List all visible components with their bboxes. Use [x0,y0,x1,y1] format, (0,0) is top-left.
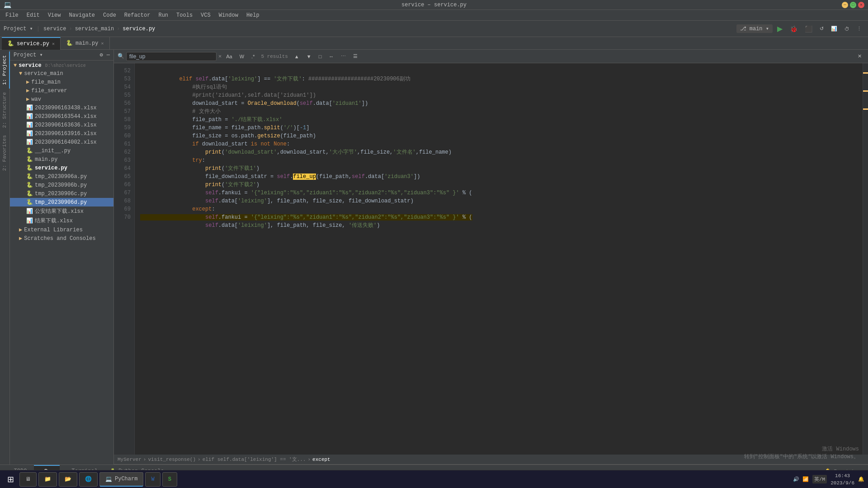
tree-xlsx-3[interactable]: 📊 20230906163636.xlsx [10,121,113,129]
gutter-mark-1 [863,72,868,74]
replace-button[interactable]: ↔ [326,53,336,60]
tree-xlsx-3-label: 20230906163636.xlsx [35,122,97,128]
run-button[interactable]: ▶ [774,23,785,34]
tree-result-xlsx-label: 结果下载.xlsx [35,217,73,225]
start-button[interactable]: ⊞ [4,473,18,486]
coverage-button[interactable]: 📊 [828,24,840,33]
menu-help[interactable]: Help [243,11,263,19]
line-55: download_start = Oracle_download(self.da… [140,100,368,107]
tab-main-py-close[interactable]: ✕ [101,41,104,46]
filter-button[interactable]: ⋯ [338,52,349,60]
more-button[interactable]: ⋮ [854,24,864,33]
tab-service-py-close[interactable]: ✕ [52,41,55,47]
ime-indicator[interactable]: 英/M [812,475,827,483]
taskbar-item-files[interactable]: 📂 [59,472,77,487]
tree-file-main[interactable]: ▶ file_main [10,78,113,86]
gutter-mark-3 [863,108,868,110]
tree-tmp-b[interactable]: 🐍 tmp_20230906b.py [10,181,113,189]
tree-xlsx-4[interactable]: 📊 20230906163916.xlsx [10,129,113,138]
breadcrumb-part-4[interactable]: except [312,457,330,462]
project-gear-icon[interactable]: ⚙ [100,52,103,58]
tree-xlsx-1[interactable]: 📊 20230906163438.xlsx [10,103,113,112]
taskbar-item-explorer[interactable]: 🖥 [19,472,37,487]
taskbar-item-browser[interactable]: 🌐 [79,472,98,487]
menu-edit[interactable]: Edit [23,11,43,19]
tree-wav[interactable]: ▶ wav [10,95,113,103]
breadcrumb-part-2[interactable]: visit_response() [148,457,196,462]
tree-service-py[interactable]: 🐍 service.py [10,164,113,172]
side-tab-favorites[interactable]: 2: Favorites [0,131,10,174]
tree-public-xlsx[interactable]: 📊 公安结果下载.xlsx [10,206,113,216]
menu-vcs[interactable]: VCS [197,11,214,19]
menu-view[interactable]: View [44,11,65,19]
tree-tmp-c[interactable]: 🐍 tmp_20230906c.py [10,189,113,198]
tree-result-xlsx[interactable]: 📊 结果下载.xlsx [10,216,113,225]
options-button[interactable]: ☰ [350,52,360,60]
menu-window[interactable]: Window [215,11,242,19]
side-tabs: 1: Project 2: Structure 2: Favorites [0,50,10,465]
prev-result-button[interactable]: ▲ [292,53,302,60]
menu-file[interactable]: File [2,11,22,19]
breadcrumb-part-1[interactable]: MyServer [118,457,142,462]
line-59: file_size = os.path.getsize(file_path) [140,133,316,139]
regex-button[interactable]: .* [249,53,257,60]
menu-tools[interactable]: Tools [173,11,196,19]
debug-button[interactable]: 🐞 [787,24,800,34]
taskbar-item-pycharm[interactable]: 💻 PyCharm [99,472,143,487]
search-input[interactable]: file_up [126,52,217,61]
stop-button[interactable]: ⬛ [802,24,815,34]
tab-service-py[interactable]: 🐍 service.py ✕ [2,37,61,50]
tree-tmp-a[interactable]: 🐍 tmp_20230906a.py [10,172,113,181]
line-63: print('文件下载1') [140,165,259,172]
match-word-button[interactable]: W [237,53,247,60]
windows-taskbar: ⊞ 🖥 📁 📂 🌐 💻 PyCharm W S 🔊 📶 英/M 16:43 20… [0,470,868,488]
close-button[interactable]: ✕ [858,2,864,8]
side-tab-project[interactable]: 1: Project [0,52,10,89]
tree-xlsx-2[interactable]: 📊 20230906163544.xlsx [10,112,113,121]
menu-code[interactable]: Code [99,11,120,19]
main-layout: 1: Project 2: Structure 2: Favorites Pro… [0,50,868,465]
tree-xlsx-5[interactable]: 📊 20230906164002.xlsx [10,138,113,146]
taskbar-item-folder[interactable]: 📁 [38,472,57,487]
next-result-button[interactable]: ▼ [304,53,314,60]
close-find-button[interactable]: ✕ [855,52,864,60]
tree-main-py[interactable]: 🐍 main.py [10,155,113,164]
tree-file-server[interactable]: ▶ file_server [10,86,113,95]
menu-navigate[interactable]: Navigate [65,11,99,19]
notification-button[interactable]: 🔔 [858,476,864,482]
match-case-button[interactable]: Aa [223,53,235,60]
expand-button[interactable]: □ [316,53,325,60]
taskbar-item-sheets[interactable]: S [162,472,177,487]
project-hide-icon[interactable]: — [107,52,110,58]
rerun-button[interactable]: ↺ [817,24,826,33]
line-64: file_download_statr = self.file_up(file_… [140,174,420,180]
maximize-button[interactable]: □ [850,2,856,8]
line-70: self.data['leixing'], file_path, file_si… [140,222,380,229]
minimize-button[interactable]: — [842,2,848,8]
project-panel: Project ▾ ⚙ — ▼ service D:\shzc\service … [10,50,114,465]
tree-service-main[interactable]: ▼ service_main [10,70,113,78]
branch-label[interactable]: ⎇ main ▾ [736,24,773,33]
tree-scratches[interactable]: ▶ Scratches and Consoles [10,234,113,243]
code-editor[interactable]: 52 53 54 55 56 57 58 59 60 61 62 63 64 6… [114,63,868,455]
window-title: service – service.py [401,2,467,8]
breadcrumb-part-3[interactable]: elif self.data['leixing'] == '文... [203,456,306,463]
tree-root-label: service [19,62,41,69]
code-content[interactable]: elif self.data['leixing'] == '文件下载': ###… [135,63,863,455]
root-folder-icon: ▼ [14,62,17,69]
menu-run[interactable]: Run [155,11,172,19]
side-tab-structure[interactable]: 2: Structure [0,89,10,131]
menu-refactor[interactable]: Refactor [121,11,154,19]
tree-root[interactable]: ▼ service D:\shzc\service [10,61,113,70]
taskbar-item-word[interactable]: W [145,472,160,487]
tree-external-libs-label: External Libraries [24,227,83,233]
clear-search-button[interactable]: ✕ [218,53,222,60]
tree-external-libs[interactable]: ▶ External Libraries [10,225,113,234]
line-67: self.data['leixing'], file_path, file_si… [140,198,414,204]
tmp-b-icon: 🐍 [26,182,33,188]
tree-init-py[interactable]: 🐍 __init__.py [10,146,113,155]
pycharm-icon: 💻 [105,476,112,483]
tree-tmp-d[interactable]: 🐍 tmp_20230906d.py [10,198,113,206]
profile-button[interactable]: ⏱ [842,25,852,33]
tab-main-py[interactable]: 🐍 main.py ✕ [61,37,109,50]
